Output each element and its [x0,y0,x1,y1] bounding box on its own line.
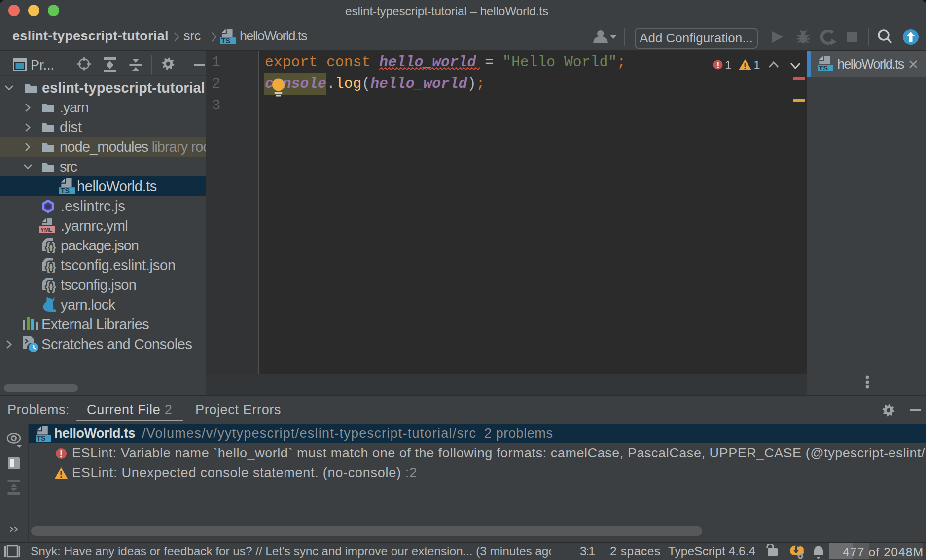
svg-text:TS: TS [61,187,70,194]
svg-text:1: 1 [753,58,760,71]
svg-text:TS: TS [819,64,828,71]
svg-text:TS: TS [221,37,231,44]
svg-text:TS: TS [37,434,46,442]
svg-text:YML: YML [40,227,52,233]
svg-text:1: 1 [725,58,731,71]
